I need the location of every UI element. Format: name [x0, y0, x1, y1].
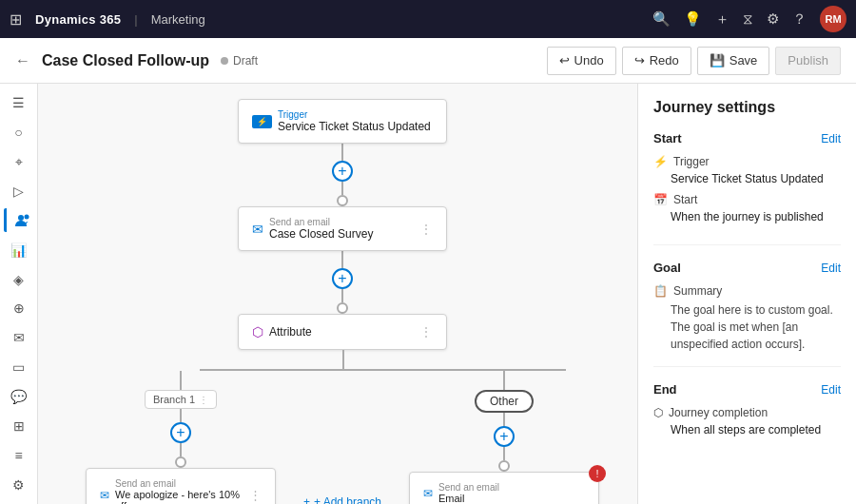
- email-title-1: Case Closed Survey: [269, 227, 414, 241]
- sidebar-item-pin[interactable]: ⌖: [4, 150, 34, 174]
- top-nav: ⊞ Dynamics 365 | Marketing 🔍 💡 ＋ ⧖ ⚙ ？ R…: [0, 0, 856, 38]
- toolbar-actions: ↩ Undo ↪ Redo 💾 Save Publish: [547, 47, 841, 75]
- trigger-icon: ⚡: [252, 115, 272, 128]
- start-field: 📅 Start When the journey is published: [653, 193, 841, 223]
- completion-row: ⬡ Journey completion: [653, 406, 841, 419]
- summary-row: 📋 Summary: [653, 284, 841, 298]
- trigger-field: ⚡ Trigger Service Ticket Status Updated: [653, 155, 841, 185]
- publish-button[interactable]: Publish: [775, 47, 841, 75]
- left-sidebar: ☰ ○ ⌖ ▷ 📊 ◈ ⊕ ✉ ▭ 💬 ⊞ ≡ ⚙: [0, 84, 38, 504]
- start-field-icon: 📅: [653, 193, 668, 206]
- sub-nav: ← Case Closed Follow-up Draft ↩ Undo ↪ R…: [0, 38, 856, 84]
- sidebar-item-tag[interactable]: ◈: [4, 267, 34, 291]
- email-menu-1[interactable]: ⋮: [419, 222, 433, 237]
- email-title-2: We apologize - here's 10% off: [115, 489, 243, 504]
- goal-text: The goal here is to custom goal. The goa…: [653, 301, 841, 353]
- email-node-3[interactable]: ✉ Send an email Email !: [409, 472, 599, 504]
- sidebar-item-layers[interactable]: ⊞: [4, 414, 34, 437]
- error-badge: !: [589, 465, 606, 482]
- status-label: Draft: [233, 54, 258, 68]
- redo-icon: ↪: [634, 53, 645, 68]
- start-field-value: When the journey is published: [653, 210, 841, 223]
- end-section-title: End: [653, 382, 677, 397]
- email-title-3: Email: [438, 493, 585, 504]
- grid-icon[interactable]: ⊞: [10, 10, 22, 29]
- attribute-menu[interactable]: ⋮: [419, 324, 433, 339]
- branch-1-label: Branch 1 ⋮: [145, 390, 217, 409]
- sidebar-item-chart[interactable]: 📊: [4, 238, 34, 262]
- connector-circle-1: [337, 195, 348, 206]
- email-icon-2: ✉: [100, 489, 109, 502]
- add-in-other[interactable]: +: [494, 426, 515, 447]
- trigger-field-icon: ⚡: [653, 155, 668, 168]
- trigger-title: Service Ticket Status Updated: [278, 120, 431, 133]
- completion-value: When all steps are completed: [653, 423, 841, 436]
- save-button[interactable]: 💾 Save: [697, 47, 770, 75]
- plus-icon[interactable]: ＋: [715, 10, 730, 29]
- sidebar-item-play[interactable]: ▷: [4, 180, 34, 204]
- settings-icon[interactable]: ⚙: [767, 10, 779, 28]
- module-name: Marketing: [151, 12, 205, 27]
- trigger-label: Trigger: [278, 109, 431, 120]
- completion-icon: ⬡: [653, 406, 663, 419]
- connector-circle-2: [337, 302, 348, 314]
- search-icon[interactable]: 🔍: [652, 10, 671, 28]
- back-button[interactable]: ←: [15, 52, 30, 69]
- undo-icon: ↩: [559, 53, 570, 68]
- branch-1-column: Branch 1 ⋮ + ✉: [86, 371, 276, 504]
- top-nav-right: 🔍 💡 ＋ ⧖ ⚙ ？ RM: [652, 6, 846, 32]
- start-section: Start Edit ⚡ Trigger Service Ticket Stat…: [653, 131, 841, 245]
- filter-icon[interactable]: ⧖: [743, 10, 753, 28]
- trigger-field-value: Service Ticket Status Updated: [653, 172, 841, 185]
- status-dot: [221, 57, 228, 65]
- sidebar-item-list[interactable]: ≡: [4, 443, 34, 467]
- plus-icon-branch: +: [303, 495, 310, 504]
- canvas-area[interactable]: ⚡ Trigger Service Ticket Status Updated …: [38, 84, 637, 504]
- sidebar-item-settings[interactable]: ⚙: [4, 473, 34, 496]
- attribute-icon: ⬡: [252, 324, 263, 339]
- email-label-3: Send an email: [438, 482, 585, 493]
- email-node-1[interactable]: ✉ Send an email Case Closed Survey ⋮: [238, 206, 447, 251]
- page-title: Case Closed Follow-up: [42, 52, 209, 69]
- svg-point-0: [18, 215, 24, 221]
- start-section-title: Start: [653, 131, 682, 145]
- email-label-1: Send an email: [269, 217, 414, 227]
- email-icon-1: ✉: [252, 222, 263, 237]
- goal-section: Goal Edit 📋 Summary The goal here is to …: [653, 261, 841, 367]
- email-icon-3: ✉: [423, 487, 433, 500]
- sidebar-item-mail[interactable]: ✉: [4, 326, 34, 350]
- sidebar-item-chat[interactable]: 💬: [4, 385, 34, 409]
- add-branch-button[interactable]: + + Add branch: [294, 490, 391, 504]
- help-icon[interactable]: ？: [792, 10, 807, 29]
- add-after-email1[interactable]: +: [332, 268, 353, 289]
- sidebar-item-globe[interactable]: ⊕: [4, 297, 34, 320]
- lightbulb-icon[interactable]: 💡: [684, 10, 702, 28]
- redo-button[interactable]: ↪ Redo: [622, 47, 691, 75]
- other-branch-column: Other + ✉ Send an email: [409, 371, 599, 504]
- sidebar-item-book[interactable]: ▭: [4, 356, 34, 379]
- sidebar-item-clock[interactable]: ○: [4, 121, 34, 145]
- right-panel: Journey settings Start Edit ⚡ Trigger Se…: [637, 84, 856, 504]
- add-after-trigger[interactable]: +: [332, 161, 353, 182]
- sidebar-item-hamburger[interactable]: ☰: [4, 91, 34, 115]
- sidebar-item-people[interactable]: [4, 208, 34, 232]
- nav-divider: |: [134, 12, 137, 27]
- attribute-node[interactable]: ⬡ Attribute ⋮: [238, 314, 447, 350]
- undo-button[interactable]: ↩ Undo: [547, 47, 616, 75]
- email-menu-2[interactable]: ⋮: [249, 488, 262, 502]
- trigger-node[interactable]: ⚡ Trigger Service Ticket Status Updated: [238, 99, 447, 144]
- add-branch-column: + + Add branch: [276, 371, 409, 504]
- goal-edit-link[interactable]: Edit: [821, 262, 841, 275]
- start-edit-link[interactable]: Edit: [821, 132, 841, 145]
- add-in-branch1[interactable]: +: [170, 422, 191, 443]
- other-label: Other: [475, 390, 534, 413]
- email-node-2[interactable]: ✉ Send an email We apologize - here's 10…: [86, 468, 276, 504]
- main-layout: ☰ ○ ⌖ ▷ 📊 ◈ ⊕ ✉ ▭ 💬 ⊞ ≡ ⚙ ⚡ Trigge: [0, 84, 856, 504]
- summary-icon: 📋: [653, 284, 668, 298]
- end-section: End Edit ⬡ Journey completion When all s…: [653, 382, 841, 450]
- avatar[interactable]: RM: [820, 6, 846, 32]
- app-name: Dynamics 365: [35, 12, 121, 27]
- email-label-2: Send an email: [115, 478, 243, 489]
- goal-section-title: Goal: [653, 261, 681, 275]
- end-edit-link[interactable]: Edit: [821, 383, 841, 397]
